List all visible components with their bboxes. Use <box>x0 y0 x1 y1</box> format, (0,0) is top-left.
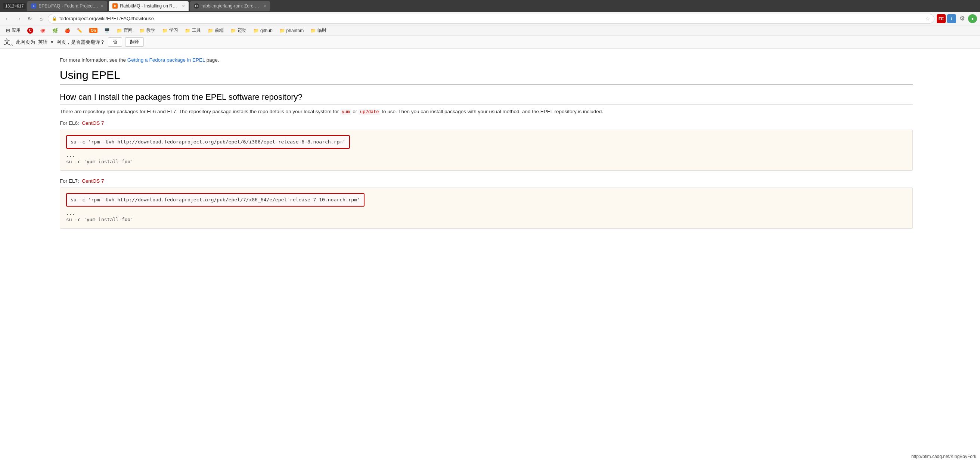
feedly-icon[interactable]: FE <box>937 14 946 23</box>
nav-right-icons: FE i ⚙ ● <box>937 14 977 23</box>
translate-no-button[interactable]: 否 <box>108 37 122 47</box>
tab-close-3[interactable]: ✕ <box>263 4 266 8</box>
el6-command2: su -c 'yum install foo' <box>66 159 907 164</box>
bookmark-c[interactable]: C <box>24 27 36 34</box>
bookmark-monitor[interactable]: 🖥️ <box>101 27 113 34</box>
bookmark-edit[interactable]: ✏️ <box>74 27 86 34</box>
tab-label-3: rabbitmq/erlang-rpm: Zero de... <box>201 3 261 9</box>
el7-label-text: For EL7: <box>60 178 79 184</box>
el6-ellipsis: ... <box>66 152 907 158</box>
title-bar: 1312×617 F EPEL/FAQ - Fedora Project Wi.… <box>0 0 980 12</box>
tab-favicon-1: F <box>31 3 36 9</box>
el7-highlighted-command[interactable]: su -c 'rpm -Uvh http://download.fedorapr… <box>66 193 364 207</box>
tab-label-1: EPEL/FAQ - Fedora Project Wi... <box>38 3 98 9</box>
apps-icon: ⊞ <box>6 28 10 33</box>
top-link[interactable]: Getting a Fedora package in EPEL <box>127 57 205 63</box>
tab-erlang-rpm[interactable]: ⊙ rabbitmq/erlang-rpm: Zero de... ✕ <box>190 1 270 11</box>
el7-ellipsis: ... <box>66 211 907 216</box>
el7-code-block: su -c 'rpm -Uvh http://download.fedorapr… <box>60 188 913 229</box>
folder-icon-7: 📁 <box>253 28 259 33</box>
star-icon[interactable]: ☆ <box>926 16 930 22</box>
maidong-label: 迈动 <box>237 27 247 33</box>
back-button[interactable]: ← <box>3 14 12 23</box>
el6-command-text: su -c 'rpm -Uvh http://download.fedorapr… <box>71 139 345 145</box>
apps-label: 应用 <box>11 27 21 33</box>
on-badge: On <box>89 28 97 33</box>
el6-label: For EL6: CentOS 7 <box>60 120 913 126</box>
page-content: For more information, see the Getting a … <box>0 49 980 461</box>
phantom-label: phantom <box>286 28 304 33</box>
github-icon: 🐙 <box>40 28 46 33</box>
folder-icon-9: 📁 <box>310 28 316 33</box>
qianduan-label: 前端 <box>215 27 224 33</box>
bookmark-xuexi[interactable]: 📁 学习 <box>159 27 181 34</box>
nav-bar: ← → ↻ ⌂ 🔒 fedoraproject.org/wiki/EPEL/FA… <box>0 12 980 26</box>
bookmark-apple[interactable]: 🍎 <box>62 27 73 34</box>
translation-question: 网页，是否需要翻译？ <box>56 39 105 46</box>
tab-close-2[interactable]: ✕ <box>182 4 185 8</box>
monitor-icon: 🖥️ <box>104 28 110 33</box>
bookmark-on[interactable]: On <box>86 27 100 33</box>
el7-centos-badge: CentOS 7 <box>82 178 104 184</box>
folder-icon-6: 📁 <box>231 28 236 33</box>
translation-lang: 英语 <box>38 39 48 46</box>
translate-yes-button[interactable]: 翻译 <box>125 37 144 47</box>
guanwang-label: 官网 <box>124 27 133 33</box>
el7-label: For EL7: CentOS 7 <box>60 178 913 184</box>
c-icon: C <box>27 28 33 33</box>
yum-code: yum <box>340 109 352 115</box>
edit-icon: ✏️ <box>77 28 83 33</box>
extension-icon[interactable]: ● <box>968 14 977 23</box>
top-link-suffix: page. <box>207 57 219 63</box>
translation-bar: 文A 此网页为 英语 ▾ 网页，是否需要翻译？ 否 翻译 <box>0 36 980 49</box>
apple-icon: 🍎 <box>65 28 70 33</box>
forward-button[interactable]: → <box>14 14 23 23</box>
up2date-code: up2date <box>358 109 380 115</box>
github-text-label: github <box>260 28 273 33</box>
bookmark-guanwang[interactable]: 📁 官网 <box>113 27 135 34</box>
bookmarks-bar: ⊞ 应用 C 🐙 🌿 🍎 ✏️ On 🖥️ 📁 官网 📁 教学 📁 学习 📁 工… <box>0 26 980 36</box>
icon-blue[interactable]: i <box>947 14 956 23</box>
section-title: Using EPEL <box>60 69 913 85</box>
desc-text: There are repository rpm packages for EL… <box>60 109 339 114</box>
reload-button[interactable]: ↻ <box>25 14 34 23</box>
el6-label-text: For EL6: <box>60 120 79 126</box>
status-bar-link: http://btim.cadq.net/KingBoyFork <box>911 454 976 459</box>
home-button[interactable]: ⌂ <box>37 14 46 23</box>
bookmark-phantom[interactable]: 📁 phantom <box>276 27 307 34</box>
translation-prefix: 此网页为 <box>16 39 35 46</box>
bookmark-plant[interactable]: 🌿 <box>49 27 61 34</box>
el6-centos-badge: CentOS 7 <box>82 120 104 126</box>
jiaoxue-label: 教学 <box>146 27 155 33</box>
subsection-title: How can I install the packages from the … <box>60 92 913 105</box>
desc-or: or <box>353 109 357 114</box>
tab-label-2: RabbitMQ - Installing on RPM-... <box>120 3 180 9</box>
gongju-label: 工具 <box>192 27 201 33</box>
url-text: fedoraproject.org/wiki/EPEL/FAQ#howtouse <box>59 16 923 21</box>
linshi-label: 临时 <box>317 27 326 33</box>
settings-icon[interactable]: ⚙ <box>958 14 967 23</box>
el7-command-text: su -c 'rpm -Uvh http://download.fedorapr… <box>71 197 360 203</box>
bookmark-linshi[interactable]: 📁 临时 <box>307 27 329 34</box>
folder-icon-8: 📁 <box>279 28 285 33</box>
tab-favicon-2: R <box>112 3 118 9</box>
top-link-prefix: For more information, see the <box>60 57 126 63</box>
address-bar[interactable]: 🔒 fedoraproject.org/wiki/EPEL/FAQ#howtou… <box>48 14 934 24</box>
description-paragraph: There are repository rpm packages for EL… <box>60 108 913 116</box>
bookmark-maidong[interactable]: 📁 迈动 <box>228 27 250 34</box>
bookmark-apps[interactable]: ⊞ 应用 <box>3 27 24 34</box>
folder-icon-3: 📁 <box>162 28 168 33</box>
bookmark-qianduan[interactable]: 📁 前端 <box>205 27 227 34</box>
translate-icon: 文A <box>4 37 13 47</box>
tab-epel-faq[interactable]: F EPEL/FAQ - Fedora Project Wi... ✕ <box>27 1 107 11</box>
bookmark-gongju[interactable]: 📁 工具 <box>182 27 204 34</box>
folder-icon-2: 📁 <box>139 28 145 33</box>
bookmark-github[interactable]: 🐙 <box>37 27 49 34</box>
tab-close-1[interactable]: ✕ <box>100 4 103 8</box>
bookmark-jiaoxue[interactable]: 📁 教学 <box>136 27 158 34</box>
el6-highlighted-command[interactable]: su -c 'rpm -Uvh http://download.fedorapr… <box>66 135 350 149</box>
tab-favicon-3: ⊙ <box>194 3 199 9</box>
folder-icon-1: 📁 <box>116 28 122 33</box>
bookmark-github-label[interactable]: 📁 github <box>250 27 275 34</box>
tab-rabbitmq[interactable]: R RabbitMQ - Installing on RPM-... ✕ <box>109 1 189 11</box>
